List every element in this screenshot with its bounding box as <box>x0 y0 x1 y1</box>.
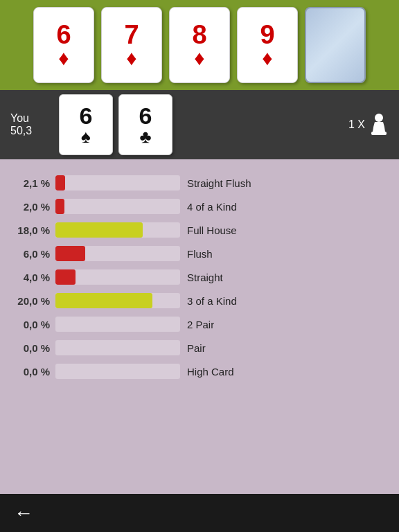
player-info: You 50,3 <box>10 112 52 137</box>
stat-row: 6,0 %Flush <box>10 244 389 263</box>
stat-bar-container <box>55 340 180 355</box>
stat-bar-container <box>55 246 180 261</box>
stat-percent: 18,0 % <box>10 224 55 236</box>
pawn-icon <box>369 112 389 137</box>
stats-area: 2,1 %Straight Flush2,0 %4 of a Kind18,0 … <box>0 159 399 392</box>
stat-label: Flush <box>180 248 213 260</box>
stat-bar-container <box>55 364 180 379</box>
stat-label: 4 of a Kind <box>180 201 237 213</box>
stat-label: Full House <box>180 224 237 236</box>
stat-percent: 20,0 % <box>10 295 55 307</box>
stat-bar-fill <box>55 269 76 285</box>
stat-bar-fill <box>55 175 65 190</box>
stat-row: 18,0 %Full House <box>10 220 389 240</box>
stat-percent: 0,0 % <box>10 342 55 354</box>
stat-percent: 0,0 % <box>10 366 55 378</box>
stat-row: 2,0 %4 of a Kind <box>10 197 389 216</box>
stat-label: Pair <box>180 342 206 354</box>
stat-bar-container <box>55 269 180 285</box>
stat-label: 2 Pair <box>180 319 214 330</box>
player-area: You 50,3 6♠6♣ 1 X <box>0 90 399 159</box>
community-card: 8♦ <box>169 7 230 83</box>
stat-row: 0,0 %2 Pair <box>10 314 389 334</box>
stat-label: Straight <box>180 272 223 283</box>
stat-row: 0,0 %High Card <box>10 362 389 381</box>
stat-bar-container <box>55 293 180 308</box>
stat-row: 0,0 %Pair <box>10 338 389 357</box>
stat-bar-container <box>55 317 180 332</box>
community-card: 7♦ <box>101 7 162 83</box>
stat-percent: 2,0 % <box>10 201 55 213</box>
stat-bar-fill <box>55 246 85 261</box>
stat-percent: 6,0 % <box>10 248 55 260</box>
svg-rect-1 <box>371 132 387 135</box>
stat-label: High Card <box>180 366 234 378</box>
player-card: 6♣ <box>118 94 172 155</box>
multiplier-text: 1 X <box>348 118 365 131</box>
community-card: 6♦ <box>33 7 94 83</box>
svg-point-0 <box>375 114 383 122</box>
player-name: You <box>10 112 52 125</box>
stat-bar-fill <box>55 199 64 214</box>
multiplier-area: 1 X <box>348 112 389 137</box>
stat-row: 4,0 %Straight <box>10 267 389 287</box>
stat-percent: 2,1 % <box>10 177 55 189</box>
stat-bar-fill <box>55 293 152 308</box>
stat-bar-container <box>55 222 180 238</box>
stat-label: 3 of a Kind <box>180 295 237 307</box>
stat-bar-container <box>55 175 180 190</box>
stat-row: 2,1 %Straight Flush <box>10 173 389 193</box>
community-cards-area: 6♦7♦8♦9♦ <box>0 0 399 90</box>
stat-percent: 0,0 % <box>10 319 55 330</box>
stat-percent: 4,0 % <box>10 272 55 283</box>
community-card: 9♦ <box>237 7 298 83</box>
stat-bar-container <box>55 199 180 214</box>
back-button[interactable]: ← <box>14 502 33 524</box>
stat-row: 20,0 %3 of a Kind <box>10 291 389 310</box>
bottom-bar: ← <box>0 494 399 532</box>
player-card: 6♠ <box>59 94 113 155</box>
stat-bar-fill <box>55 222 143 238</box>
player-score: 50,3 <box>10 125 52 137</box>
player-cards: 6♠6♣ <box>59 94 172 155</box>
stat-label: Straight Flush <box>180 177 251 189</box>
card-back <box>305 7 366 83</box>
